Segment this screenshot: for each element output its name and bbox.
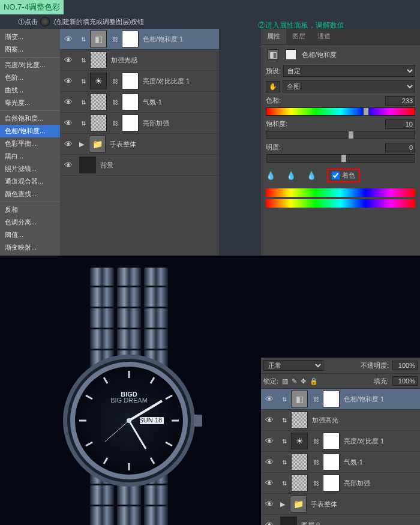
- watch-preview: BIGD BIG DREAM SUN 18: [33, 268, 225, 525]
- layer-row[interactable]: 👁⇅加强光感: [60, 50, 219, 71]
- layer-mask[interactable]: [122, 31, 139, 47]
- layer-row[interactable]: 👁▶📁手表整体: [261, 494, 420, 515]
- visibility-icon[interactable]: 👁: [261, 520, 278, 525]
- mask-link-icon: ⛓: [111, 120, 119, 127]
- visibility-icon[interactable]: 👁: [60, 160, 77, 170]
- link-icon: ⇅: [79, 120, 88, 127]
- layer-row[interactable]: 👁背景: [60, 155, 219, 176]
- tab-properties[interactable]: 属性: [261, 29, 286, 44]
- fill-value[interactable]: 100%: [392, 376, 418, 386]
- menu-item[interactable]: 渐变映射...: [0, 241, 60, 254]
- visibility-icon[interactable]: 👁: [60, 55, 77, 65]
- menu-item[interactable]: 自然饱和度...: [0, 112, 60, 125]
- layer-row[interactable]: 👁⇅◧⛓色相/饱和度 1: [60, 29, 219, 50]
- menu-item[interactable]: 色阶...: [0, 71, 60, 84]
- layer-row[interactable]: 👁⇅◧⛓色相/饱和度 1: [261, 389, 420, 410]
- hue-input[interactable]: [385, 96, 415, 106]
- mask-link-icon: ⛓: [312, 459, 320, 466]
- eyedropper-icon[interactable]: 💧: [266, 171, 275, 180]
- visibility-icon[interactable]: 👁: [60, 76, 77, 86]
- adjustment-menu[interactable]: 渐变...图案...亮度/对比度...色阶...曲线...曝光度...自然饱和度…: [0, 29, 60, 256]
- visibility-icon[interactable]: 👁: [60, 139, 77, 149]
- mask-link-icon: ⛓: [111, 99, 119, 106]
- menu-item[interactable]: 反相: [0, 203, 60, 216]
- scope-select[interactable]: 全图: [283, 80, 415, 92]
- mask-link-icon: ⛓: [312, 480, 320, 487]
- layers-panel-bottom: 正常 不透明度: 100% 锁定: ▨ ✎ ✥ 🔒 填充: 100% 👁⇅◧⛓色…: [261, 358, 420, 525]
- menu-item[interactable]: 曲线...: [0, 84, 60, 97]
- layer-row[interactable]: 👁⇅☀⛓亮度/对比度 1: [261, 431, 420, 452]
- menu-item[interactable]: 色调分离...: [0, 216, 60, 229]
- tab-channels[interactable]: 通道: [311, 29, 337, 44]
- visibility-icon[interactable]: 👁: [261, 478, 278, 488]
- menu-item[interactable]: 亮度/对比度...: [0, 59, 60, 71]
- layer-mask[interactable]: [323, 433, 340, 449]
- layer-mask[interactable]: [122, 115, 139, 131]
- menu-item[interactable]: 照片滤镜...: [0, 163, 60, 175]
- expand-icon[interactable]: ▶: [280, 500, 285, 508]
- layer-mask[interactable]: [122, 94, 139, 110]
- visibility-icon[interactable]: 👁: [261, 436, 278, 446]
- visibility-icon[interactable]: 👁: [261, 499, 278, 509]
- layer-row[interactable]: 👁⇅☀⛓亮度/对比比度 1: [60, 71, 219, 92]
- lock-move-icon[interactable]: ✥: [301, 377, 306, 385]
- eyedropper-plus-icon[interactable]: 💧: [286, 171, 296, 180]
- layer-row[interactable]: 👁⇅⛓亮部加强: [261, 473, 420, 494]
- preset-select[interactable]: 自定: [283, 65, 415, 77]
- tab-layers[interactable]: 图层: [286, 29, 311, 44]
- mask-link-icon: ⛓: [312, 438, 320, 445]
- visibility-icon[interactable]: 👁: [261, 415, 278, 425]
- blend-mode-select[interactable]: 正常: [263, 360, 323, 371]
- light-input[interactable]: [385, 143, 415, 152]
- layer-row[interactable]: 👁▶📁手表整体: [60, 134, 219, 155]
- svg-rect-11: [89, 505, 169, 506]
- menu-item[interactable]: 渐变...: [0, 31, 60, 43]
- menu-item[interactable]: 图案...: [0, 43, 60, 56]
- layer-row[interactable]: 👁⇅⛓亮部加强: [60, 113, 219, 134]
- brightness-thumb-icon: ☀: [90, 73, 107, 89]
- layer-name: 加强高光: [312, 416, 338, 425]
- adjustment-layer-icon: [40, 17, 50, 26]
- layer-row[interactable]: 👁⇅加强高光: [261, 410, 420, 431]
- layer-row[interactable]: 👁图层 9: [261, 515, 420, 525]
- hue-slider[interactable]: [266, 107, 415, 116]
- link-icon: ⇅: [280, 396, 289, 403]
- visibility-icon[interactable]: 👁: [261, 457, 278, 467]
- spectrum-top: [266, 188, 415, 197]
- menu-item[interactable]: 黑白...: [0, 150, 60, 163]
- layer-mask[interactable]: [323, 475, 340, 491]
- lock-paint-icon[interactable]: ✎: [292, 377, 297, 385]
- layer-name: 气氛-1: [143, 98, 162, 107]
- expand-icon[interactable]: ▶: [79, 140, 84, 148]
- layer-name: 亮度/对比度 1: [344, 437, 384, 446]
- menu-item[interactable]: 颜色查找...: [0, 188, 60, 200]
- lock-all-icon[interactable]: 🔒: [310, 377, 318, 385]
- sat-slider[interactable]: [266, 131, 415, 139]
- eyedropper-minus-icon[interactable]: 💧: [307, 171, 316, 180]
- menu-item[interactable]: 色相/饱和度...: [0, 125, 60, 137]
- svg-text:18: 18: [155, 416, 162, 424]
- watch-sub: BIG DREAM: [110, 397, 148, 404]
- layer-mask[interactable]: [122, 73, 139, 89]
- hand-icon[interactable]: ✋: [266, 81, 280, 92]
- layer-row[interactable]: 👁⇅⛓气氛-1: [60, 92, 219, 113]
- menu-item[interactable]: 阈值...: [0, 229, 60, 241]
- visibility-icon[interactable]: 👁: [60, 34, 77, 44]
- lock-trans-icon[interactable]: ▨: [282, 377, 288, 385]
- menu-item[interactable]: 曝光度...: [0, 97, 60, 109]
- visibility-icon[interactable]: 👁: [60, 118, 77, 128]
- visibility-icon[interactable]: 👁: [60, 97, 77, 107]
- layer-row[interactable]: 👁⇅⛓气氛-1: [261, 452, 420, 473]
- layer-mask[interactable]: [323, 454, 340, 470]
- layer-mask[interactable]: [323, 391, 340, 407]
- light-slider[interactable]: [266, 154, 415, 163]
- mask-link-icon: ⛓: [312, 396, 320, 403]
- menu-item[interactable]: 通道混合器...: [0, 175, 60, 188]
- layer-name: 手表整体: [311, 500, 337, 509]
- opacity-value[interactable]: 100%: [392, 361, 418, 370]
- brightness-thumb-icon: ☀: [291, 433, 308, 449]
- sat-input[interactable]: [385, 119, 415, 129]
- menu-item[interactable]: 色彩平衡...: [0, 137, 60, 150]
- visibility-icon[interactable]: 👁: [261, 394, 278, 404]
- colorize-checkbox[interactable]: [332, 172, 340, 179]
